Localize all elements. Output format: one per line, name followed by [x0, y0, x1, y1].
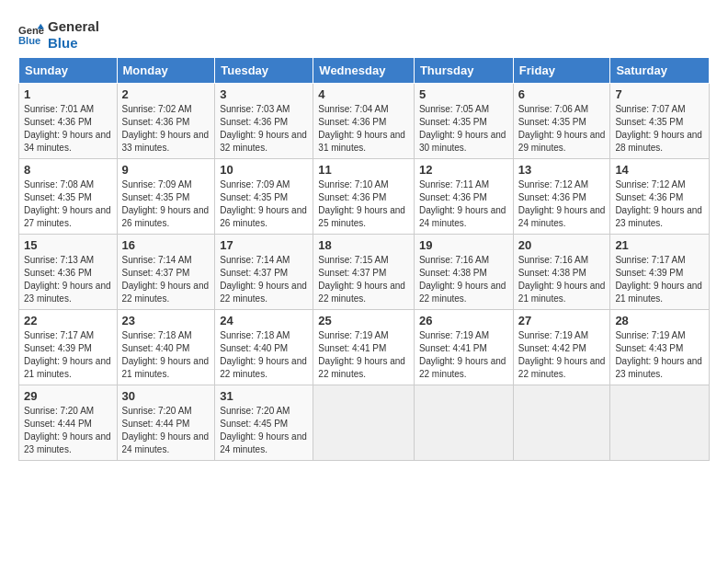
- day-detail: Sunrise: 7:03 AMSunset: 4:36 PMDaylight:…: [220, 104, 307, 153]
- day-detail: Sunrise: 7:12 AMSunset: 4:36 PMDaylight:…: [615, 179, 702, 228]
- day-number: 13: [518, 163, 606, 177]
- day-detail: Sunrise: 7:01 AMSunset: 4:36 PMDaylight:…: [24, 104, 111, 153]
- day-number: 12: [419, 163, 508, 177]
- day-detail: Sunrise: 7:06 AMSunset: 4:35 PMDaylight:…: [518, 104, 606, 153]
- day-number: 18: [318, 238, 409, 252]
- day-number: 30: [122, 389, 210, 403]
- day-number: 20: [518, 238, 606, 252]
- day-detail: Sunrise: 7:02 AMSunset: 4:36 PMDaylight:…: [122, 104, 210, 153]
- day-detail: Sunrise: 7:20 AMSunset: 4:44 PMDaylight:…: [24, 406, 111, 454]
- day-number: 23: [122, 314, 210, 327]
- calendar-cell: 31 Sunrise: 7:20 AMSunset: 4:45 PMDaylig…: [215, 385, 313, 461]
- col-sunday: Sunday: [19, 58, 118, 84]
- day-number: 8: [24, 163, 112, 177]
- day-detail: Sunrise: 7:13 AMSunset: 4:36 PMDaylight:…: [24, 255, 111, 304]
- day-number: 9: [122, 163, 210, 177]
- day-detail: Sunrise: 7:10 AMSunset: 4:36 PMDaylight:…: [318, 179, 405, 228]
- calendar-cell: 11 Sunrise: 7:10 AMSunset: 4:36 PMDaylig…: [313, 159, 415, 235]
- calendar-cell: 20 Sunrise: 7:16 AMSunset: 4:38 PMDaylig…: [513, 235, 610, 310]
- day-detail: Sunrise: 7:16 AMSunset: 4:38 PMDaylight:…: [419, 255, 506, 304]
- day-number: 21: [615, 238, 704, 252]
- day-detail: Sunrise: 7:20 AMSunset: 4:45 PMDaylight:…: [220, 406, 307, 454]
- day-detail: Sunrise: 7:19 AMSunset: 4:41 PMDaylight:…: [419, 330, 506, 379]
- day-detail: Sunrise: 7:14 AMSunset: 4:37 PMDaylight:…: [220, 255, 307, 304]
- svg-text:Blue: Blue: [18, 35, 40, 46]
- col-thursday: Thursday: [414, 58, 513, 84]
- day-detail: Sunrise: 7:16 AMSunset: 4:38 PMDaylight:…: [518, 255, 606, 304]
- table-row: 8 Sunrise: 7:08 AMSunset: 4:35 PMDayligh…: [19, 159, 710, 235]
- day-number: 6: [518, 87, 606, 101]
- calendar-cell: 4 Sunrise: 7:04 AMSunset: 4:36 PMDayligh…: [313, 84, 415, 159]
- day-number: 31: [220, 389, 308, 403]
- day-number: 11: [318, 163, 409, 177]
- day-number: 5: [419, 87, 508, 101]
- header: General Blue General Blue: [18, 18, 710, 52]
- logo-text: General Blue: [48, 18, 99, 52]
- day-detail: Sunrise: 7:14 AMSunset: 4:37 PMDaylight:…: [122, 255, 210, 304]
- day-detail: Sunrise: 7:17 AMSunset: 4:39 PMDaylight:…: [615, 255, 702, 304]
- day-number: 26: [419, 314, 508, 327]
- calendar-cell: 10 Sunrise: 7:09 AMSunset: 4:35 PMDaylig…: [215, 159, 313, 235]
- calendar-cell: 19 Sunrise: 7:16 AMSunset: 4:38 PMDaylig…: [414, 235, 513, 310]
- day-number: 22: [24, 314, 112, 327]
- calendar-cell: 23 Sunrise: 7:18 AMSunset: 4:40 PMDaylig…: [117, 310, 215, 385]
- calendar-cell: 24 Sunrise: 7:18 AMSunset: 4:40 PMDaylig…: [215, 310, 313, 385]
- day-detail: Sunrise: 7:12 AMSunset: 4:36 PMDaylight:…: [518, 179, 606, 228]
- table-row: 22 Sunrise: 7:17 AMSunset: 4:39 PMDaylig…: [19, 310, 710, 385]
- day-number: 3: [220, 87, 308, 101]
- day-number: 7: [615, 87, 704, 101]
- calendar-cell: [414, 385, 513, 461]
- calendar-cell: 14 Sunrise: 7:12 AMSunset: 4:36 PMDaylig…: [610, 159, 710, 235]
- day-detail: Sunrise: 7:08 AMSunset: 4:35 PMDaylight:…: [24, 179, 111, 228]
- day-number: 1: [24, 87, 112, 101]
- day-detail: Sunrise: 7:19 AMSunset: 4:43 PMDaylight:…: [615, 330, 702, 379]
- calendar-cell: 13 Sunrise: 7:12 AMSunset: 4:36 PMDaylig…: [513, 159, 610, 235]
- col-friday: Friday: [513, 58, 610, 84]
- day-detail: Sunrise: 7:15 AMSunset: 4:37 PMDaylight:…: [318, 255, 405, 304]
- table-row: 1 Sunrise: 7:01 AMSunset: 4:36 PMDayligh…: [19, 84, 710, 159]
- day-detail: Sunrise: 7:09 AMSunset: 4:35 PMDaylight:…: [220, 179, 307, 228]
- calendar-cell: 28 Sunrise: 7:19 AMSunset: 4:43 PMDaylig…: [610, 310, 710, 385]
- day-number: 28: [615, 314, 704, 327]
- day-number: 15: [24, 238, 112, 252]
- col-wednesday: Wednesday: [313, 58, 415, 84]
- header-row: Sunday Monday Tuesday Wednesday Thursday…: [19, 58, 710, 84]
- col-saturday: Saturday: [610, 58, 710, 84]
- logo-icon: General Blue: [18, 22, 44, 48]
- day-detail: Sunrise: 7:19 AMSunset: 4:42 PMDaylight:…: [518, 330, 606, 379]
- day-detail: Sunrise: 7:09 AMSunset: 4:35 PMDaylight:…: [122, 179, 210, 228]
- day-detail: Sunrise: 7:07 AMSunset: 4:35 PMDaylight:…: [615, 104, 702, 153]
- calendar-cell: 26 Sunrise: 7:19 AMSunset: 4:41 PMDaylig…: [414, 310, 513, 385]
- day-number: 10: [220, 163, 308, 177]
- day-number: 29: [24, 389, 112, 403]
- calendar-cell: [313, 385, 415, 461]
- table-row: 15 Sunrise: 7:13 AMSunset: 4:36 PMDaylig…: [19, 235, 710, 310]
- calendar-cell: 16 Sunrise: 7:14 AMSunset: 4:37 PMDaylig…: [117, 235, 215, 310]
- calendar-cell: 15 Sunrise: 7:13 AMSunset: 4:36 PMDaylig…: [19, 235, 118, 310]
- calendar-cell: 29 Sunrise: 7:20 AMSunset: 4:44 PMDaylig…: [19, 385, 118, 461]
- calendar-cell: 1 Sunrise: 7:01 AMSunset: 4:36 PMDayligh…: [19, 84, 118, 159]
- calendar-cell: 8 Sunrise: 7:08 AMSunset: 4:35 PMDayligh…: [19, 159, 118, 235]
- col-tuesday: Tuesday: [215, 58, 313, 84]
- col-monday: Monday: [117, 58, 215, 84]
- calendar-cell: 25 Sunrise: 7:19 AMSunset: 4:41 PMDaylig…: [313, 310, 415, 385]
- day-detail: Sunrise: 7:17 AMSunset: 4:39 PMDaylight:…: [24, 330, 111, 379]
- calendar-cell: 21 Sunrise: 7:17 AMSunset: 4:39 PMDaylig…: [610, 235, 710, 310]
- day-detail: Sunrise: 7:20 AMSunset: 4:44 PMDaylight:…: [122, 406, 210, 454]
- day-detail: Sunrise: 7:04 AMSunset: 4:36 PMDaylight:…: [318, 104, 405, 153]
- calendar-cell: 9 Sunrise: 7:09 AMSunset: 4:35 PMDayligh…: [117, 159, 215, 235]
- day-number: 19: [419, 238, 508, 252]
- day-number: 25: [318, 314, 409, 327]
- calendar-table: Sunday Monday Tuesday Wednesday Thursday…: [18, 57, 710, 461]
- day-number: 2: [122, 87, 210, 101]
- calendar-cell: 12 Sunrise: 7:11 AMSunset: 4:36 PMDaylig…: [414, 159, 513, 235]
- calendar-cell: [610, 385, 710, 461]
- day-number: 17: [220, 238, 308, 252]
- day-number: 27: [518, 314, 606, 327]
- calendar-cell: 17 Sunrise: 7:14 AMSunset: 4:37 PMDaylig…: [215, 235, 313, 310]
- table-row: 29 Sunrise: 7:20 AMSunset: 4:44 PMDaylig…: [19, 385, 710, 461]
- calendar-cell: 7 Sunrise: 7:07 AMSunset: 4:35 PMDayligh…: [610, 84, 710, 159]
- calendar-cell: 6 Sunrise: 7:06 AMSunset: 4:35 PMDayligh…: [513, 84, 610, 159]
- calendar-cell: 27 Sunrise: 7:19 AMSunset: 4:42 PMDaylig…: [513, 310, 610, 385]
- calendar-cell: 5 Sunrise: 7:05 AMSunset: 4:35 PMDayligh…: [414, 84, 513, 159]
